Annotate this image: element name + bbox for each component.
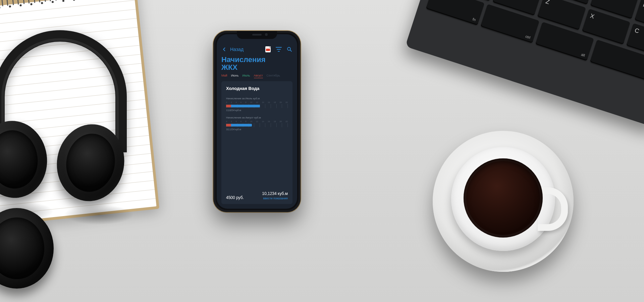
back-label: Назад [230,47,244,52]
svg-line-1 [290,50,291,51]
meter-scale: 0246810121416182022 [226,101,288,103]
meter-bar [226,104,288,108]
tab-aug-active[interactable]: Август [254,74,263,77]
filter-icon [276,47,282,52]
tab-may[interactable]: Май [221,74,227,77]
tab-jun[interactable]: Июнь [231,74,239,77]
coffee-prop [433,131,574,272]
card-footer: 4500 руб. 10,1234 куб.м ввести показания [226,191,288,200]
bar-usage [226,105,260,107]
app-root: Назад НачисленияЖКХ [217,34,297,209]
month-tabs: Май Июнь Июль Август Сентябрь [221,74,292,77]
phone-notch [237,31,277,39]
bar-base [226,124,231,127]
meter-block-july: Начисления за Июль куб.м 024681012141618… [226,97,288,116]
meter-value: 13,8234 куб.м [226,109,288,111]
meter-label: Начисления за Август куб.м [226,116,288,119]
page-title: НачисленияЖКХ [221,56,292,71]
keyboard-prop: § Q W E R T tab A S D F ⇧ ~ Z X C fn ctr… [405,0,644,127]
card-title: Холодная Вода [226,86,288,91]
tab-sep[interactable]: Сентябрь [267,74,280,77]
enter-readings-link[interactable]: ввести показания [262,197,288,200]
back-button[interactable]: Назад [221,46,244,52]
meter-label: Начисления за Июль куб.м [226,97,288,100]
filter-button[interactable] [276,46,282,52]
pdf-export-button[interactable] [265,46,271,52]
phone-frame: Назад НачисленияЖКХ [213,31,301,212]
phone-screen: Назад НачисленияЖКХ [217,34,297,209]
utility-card: Холодная Вода Начисления за Июль куб.м 0… [221,81,292,204]
price-value: 4500 руб. [226,195,244,200]
meter-block-august: Начисления за Август куб.м 0246810121416… [226,116,288,135]
app-topbar: Назад [221,46,292,52]
arrow-left-icon [221,46,227,52]
meter-scale: 0246810121416182022 [226,120,288,122]
search-button[interactable] [286,46,292,52]
desk-scene: § Q W E R T tab A S D F ⇧ ~ Z X C fn ctr… [0,0,644,302]
volume-value: 10,1234 куб.м [262,191,288,196]
meter-value: 10,1234 куб.м [226,128,288,131]
pdf-icon [265,46,271,52]
headphones-prop [0,20,151,238]
bar-base [226,105,231,107]
meter-bar [226,123,288,127]
tab-jul[interactable]: Июль [243,74,250,77]
key-fn: fn [426,0,485,26]
search-icon [286,46,292,52]
